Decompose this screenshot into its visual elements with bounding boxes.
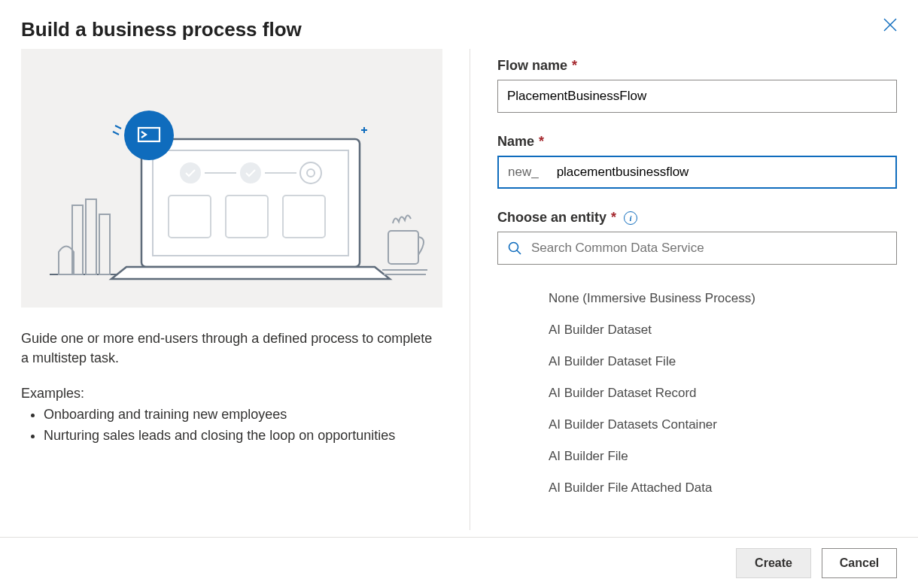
example-item: Onboarding and training new employees bbox=[44, 405, 442, 426]
entity-label: Choose an entity bbox=[497, 210, 606, 226]
required-star: * bbox=[539, 134, 544, 150]
description-text: Guide one or more end-users through a de… bbox=[21, 329, 442, 368]
entity-option[interactable]: AI Builder File bbox=[549, 441, 897, 472]
svg-point-10 bbox=[240, 162, 261, 183]
svg-rect-4 bbox=[86, 199, 96, 274]
svg-point-8 bbox=[180, 162, 201, 183]
flow-name-input[interactable] bbox=[497, 80, 897, 113]
examples-label: Examples: bbox=[21, 386, 442, 402]
vertical-divider bbox=[470, 49, 470, 530]
name-label: Name bbox=[497, 134, 534, 150]
entity-list: None (Immersive Business Process) AI Bui… bbox=[497, 283, 897, 504]
entity-option[interactable]: AI Builder File Attached Data bbox=[549, 472, 897, 504]
entity-option[interactable]: AI Builder Dataset bbox=[549, 314, 897, 346]
svg-rect-5 bbox=[99, 214, 110, 274]
examples-list: Onboarding and training new employees Nu… bbox=[21, 405, 442, 447]
search-icon bbox=[507, 241, 522, 256]
info-icon[interactable]: i bbox=[624, 211, 637, 225]
entity-option[interactable]: AI Builder Datasets Container bbox=[549, 409, 897, 441]
svg-point-17 bbox=[124, 111, 174, 160]
create-button[interactable]: Create bbox=[736, 548, 811, 578]
svg-line-20 bbox=[115, 126, 121, 129]
illustration bbox=[21, 49, 442, 308]
close-icon[interactable] bbox=[883, 18, 897, 32]
page-title: Build a business process flow bbox=[21, 18, 302, 41]
cancel-button[interactable]: Cancel bbox=[822, 548, 897, 578]
example-item: Nurturing sales leads and closing the lo… bbox=[44, 426, 442, 447]
entity-option[interactable]: AI Builder Dataset File bbox=[549, 346, 897, 377]
entity-option[interactable]: None (Immersive Business Process) bbox=[549, 283, 897, 314]
svg-line-19 bbox=[113, 132, 119, 135]
entity-option[interactable]: AI Builder Dataset Record bbox=[549, 377, 897, 409]
required-star: * bbox=[611, 210, 616, 226]
required-star: * bbox=[572, 58, 577, 74]
entity-search-input[interactable] bbox=[530, 240, 887, 256]
svg-rect-23 bbox=[388, 231, 418, 264]
flow-name-label: Flow name bbox=[497, 58, 567, 74]
svg-line-27 bbox=[517, 250, 521, 254]
name-prefix: new_ bbox=[499, 165, 557, 180]
name-input[interactable] bbox=[557, 157, 895, 187]
svg-point-26 bbox=[509, 243, 518, 252]
